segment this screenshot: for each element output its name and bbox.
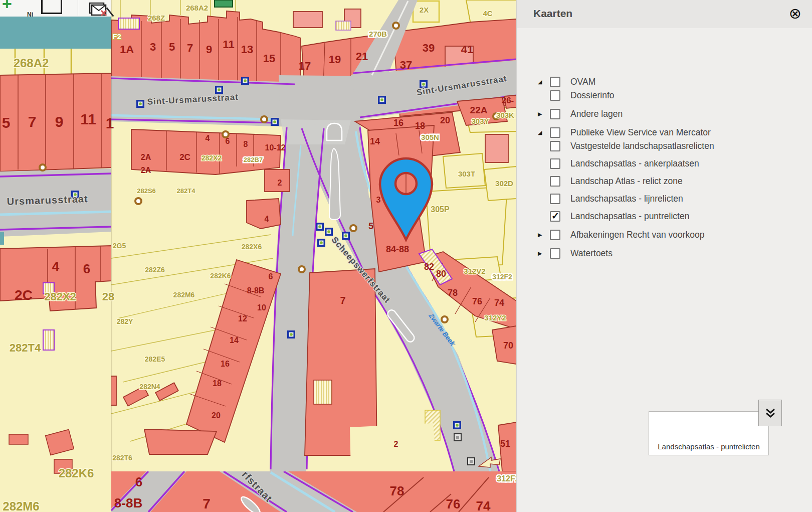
layer-row-afbakeningen-recht-van-voorkoop[interactable]: ▶Afbakeningen Recht van voorkoop <box>517 228 812 242</box>
layer-checkbox[interactable] <box>550 90 560 101</box>
house-number-label: 8-8B <box>247 286 265 295</box>
panel-header: Kaarten ⊗ <box>517 0 812 28</box>
house-number-label: 16 <box>393 118 403 128</box>
house-number-label: 70 <box>503 340 513 351</box>
layer-checkbox[interactable] <box>550 158 560 169</box>
house-number-label: 2 <box>278 179 282 187</box>
expand-toggle-icon[interactable]: ▶ <box>538 232 550 238</box>
double-chevron-down-icon[interactable] <box>758 400 782 426</box>
layer-checkbox[interactable] <box>550 248 560 259</box>
house-number-label: 17 <box>299 60 311 72</box>
panel-title: Kaarten <box>533 8 572 20</box>
house-number-label: 1 <box>106 115 114 131</box>
house-number-label: 14 <box>230 336 239 345</box>
map-area[interactable]: Sint-UrsmarusstraatSint-UrsmarusstraatUr… <box>0 0 516 512</box>
toolbar-fragment: + Ni <box>0 0 111 17</box>
parcel-code-label: 282E5 <box>145 355 165 363</box>
legend-selected-layer-label: Landschapsatlas - puntrelicten <box>649 442 768 451</box>
add-icon[interactable]: + <box>2 0 12 14</box>
layer-label[interactable]: Landschap Atlas - relict zone <box>570 176 683 187</box>
house-number-label: 10 <box>257 303 266 312</box>
parcel-code-label: 2G5 <box>113 242 126 250</box>
house-number-label: 78 <box>390 483 404 498</box>
layer-label[interactable]: Landschapsatlas - ankerplaatsen <box>570 158 699 169</box>
layer-row-watertoets[interactable]: ▶Watertoets <box>517 247 812 260</box>
layer-checkbox[interactable] <box>550 141 560 151</box>
house-number-label: 20 <box>440 115 450 125</box>
layer-label[interactable]: Dossierinfo <box>570 90 615 101</box>
map-canvas[interactable]: Sint-UrsmarusstraatSint-UrsmarusstraatUr… <box>0 0 516 512</box>
house-number-label: 2A <box>141 153 151 161</box>
house-number-label: 19 <box>329 53 341 66</box>
house-number-label: 51 <box>500 439 510 449</box>
expand-toggle-icon[interactable]: ▶ <box>538 250 550 257</box>
layer-label[interactable]: Landschapsatlas - puntrelicten <box>570 211 689 222</box>
layer-row-landschapsatlas-lijnrelicten[interactable]: Landschapsatlas - lijnrelicten <box>517 192 812 206</box>
house-number-label: 7 <box>340 295 345 306</box>
layer-row-andere-lagen[interactable]: ▶Andere lagen <box>517 107 812 121</box>
layer-checkbox[interactable] <box>550 77 560 87</box>
layer-label[interactable]: OVAM <box>570 77 595 87</box>
house-number-label: 7 <box>28 113 37 130</box>
selection-highlight-band <box>0 17 111 49</box>
parcel-code-label: 302D <box>495 179 513 188</box>
layer-row-landschapsatlas-ankerplaatsen[interactable]: Landschapsatlas - ankerplaatsen <box>517 157 812 170</box>
parcel-code-label: 303T <box>458 169 475 178</box>
layer-row-landschapsatlas-puntrelicten[interactable]: Landschapsatlas - puntrelicten <box>517 210 812 223</box>
house-number-label: 5 <box>368 221 373 231</box>
house-number-label: 10-12 <box>265 143 286 152</box>
house-number-label: 22A <box>470 105 488 115</box>
house-number-label: 8-8B <box>114 495 142 510</box>
boundary-point-icon <box>299 266 305 272</box>
house-number-label: 1A <box>120 43 134 56</box>
boundary-point-icon <box>350 225 356 231</box>
parcel-code-label: 312F2 <box>497 474 516 483</box>
background-map-left-strip <box>0 0 111 512</box>
layer-row-vastgestelde-landschapsatlasrelicten[interactable]: Vastgestelde landschapsatlasrelicten <box>517 139 812 153</box>
house-number-label: 6 <box>83 261 90 276</box>
rectangle-select-icon[interactable] <box>41 0 62 14</box>
boundary-point-icon <box>393 23 399 29</box>
layer-checkbox[interactable] <box>550 127 560 138</box>
house-number-label: 4 <box>52 259 60 274</box>
house-number-label: 78 <box>448 288 458 298</box>
house-number-label: 7 <box>202 496 211 511</box>
parcel-code-label: 282B7 <box>244 156 263 163</box>
collapse-toggle-icon[interactable]: ◢ <box>538 129 550 136</box>
close-icon[interactable]: ⊗ <box>789 5 801 22</box>
house-number-label: 84-88 <box>386 244 409 254</box>
layer-checkbox[interactable] <box>550 211 560 222</box>
envelope-delete-icon[interactable] <box>89 3 108 17</box>
house-number-label: 5 <box>2 114 11 131</box>
layer-row-dossierinfo[interactable]: Dossierinfo <box>517 89 812 102</box>
parcel-code-label: F2 <box>112 32 121 41</box>
layer-label[interactable]: Afbakeningen Recht van voorkoop <box>570 230 705 240</box>
layer-checkbox[interactable] <box>550 194 560 204</box>
layer-label[interactable]: Landschapsatlas - lijnrelicten <box>570 194 683 204</box>
layers-panel: Kaarten ⊗ ◢OVAMDossierinfo▶Andere lagen◢… <box>516 0 812 512</box>
parcel-code-label: 282Y <box>117 317 133 325</box>
house-number-label: 5 <box>169 41 175 53</box>
parcel-code-label: 305P <box>431 205 450 214</box>
layer-label[interactable]: Andere lagen <box>570 109 623 119</box>
layer-label[interactable]: Vastgestelde landschapsatlasrelicten <box>570 141 714 151</box>
layer-checkbox[interactable] <box>550 230 560 240</box>
collapse-toggle-icon[interactable]: ◢ <box>538 79 550 85</box>
house-number-label: 4 <box>206 134 210 142</box>
parcel-code-label: 312F2 <box>492 273 512 281</box>
house-number-label: 20 <box>212 411 221 420</box>
parcel-code-label: 305N <box>421 133 439 141</box>
layer-checkbox[interactable] <box>550 176 560 187</box>
selection-box-marker <box>215 0 233 7</box>
expand-toggle-icon[interactable]: ▶ <box>538 111 550 117</box>
layer-row-ovam[interactable]: ◢OVAM <box>517 75 812 89</box>
layer-label[interactable]: Publieke View Service van Mercator <box>570 127 711 138</box>
layer-label[interactable]: Watertoets <box>570 248 613 259</box>
layer-row-publieke-view-service-van-mercator[interactable]: ◢Publieke View Service van Mercator <box>517 126 812 139</box>
layer-row-landschap-atlas-relict-zone[interactable]: Landschap Atlas - relict zone <box>517 175 812 188</box>
house-number-label: 7 <box>187 42 193 54</box>
legend-box: Landschapsatlas - puntrelicten <box>649 411 769 455</box>
layer-checkbox[interactable] <box>550 109 560 119</box>
parcel-code-label: 282T6 <box>112 454 132 462</box>
application-window: Sint-UrsmarusstraatSint-UrsmarusstraatUr… <box>0 0 812 512</box>
